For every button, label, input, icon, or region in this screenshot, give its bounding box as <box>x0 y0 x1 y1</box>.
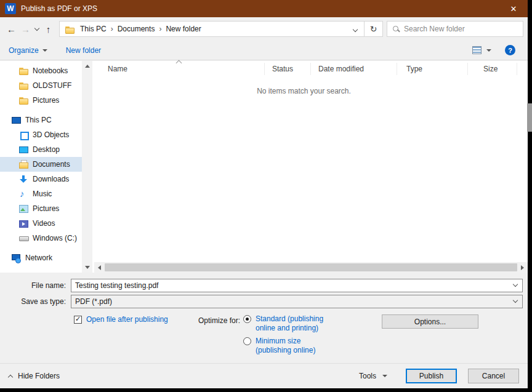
sidebar-item-label: Pictures <box>33 96 59 105</box>
back-button[interactable]: ← <box>4 24 18 34</box>
tools-label: Tools <box>359 372 376 380</box>
cancel-button[interactable]: Cancel <box>468 369 519 383</box>
command-toolbar: Organize New folder ? <box>0 41 528 60</box>
views-icon[interactable] <box>472 46 482 54</box>
column-header-status[interactable]: Status <box>265 63 311 75</box>
forward-button[interactable]: → <box>18 24 33 34</box>
horizontal-scrollbar-thumb[interactable] <box>105 263 517 271</box>
sidebar-item-downloads[interactable]: Downloads <box>0 172 82 186</box>
folder-icon <box>18 95 28 105</box>
search-input[interactable]: Search New folder <box>387 21 523 37</box>
sidebar-item-videos[interactable]: Videos <box>0 216 82 231</box>
tools-dropdown[interactable]: Tools <box>359 372 387 380</box>
downloads-icon <box>18 174 28 184</box>
network-icon <box>11 253 21 263</box>
sidebar-item-network[interactable]: Network <box>0 250 82 265</box>
organize-label: Organize <box>9 46 39 55</box>
navigation-bar: ← → ↑ This PC › Documents › New folder ↻… <box>0 17 528 41</box>
vertical-scrollbar-thumb[interactable] <box>527 103 532 132</box>
scroll-down-icon[interactable] <box>85 266 90 269</box>
search-icon <box>392 25 400 33</box>
checkbox-checked-icon[interactable] <box>74 316 82 324</box>
horizontal-scrollbar[interactable] <box>94 262 528 273</box>
up-button[interactable]: ↑ <box>41 24 55 34</box>
sidebar-item-label: Notebooks <box>33 66 68 75</box>
sidebar-item-label: Windows (C:) <box>33 234 77 242</box>
folder-icon <box>65 25 74 33</box>
chevron-down-icon[interactable] <box>513 297 518 302</box>
hide-folders-label: Hide Folders <box>18 372 60 380</box>
publish-button[interactable]: Publish <box>406 369 457 383</box>
optimize-standard-radio[interactable]: Standard (publishing online and printing… <box>243 314 334 333</box>
documents-icon <box>18 159 28 169</box>
views-dropdown-arrow-icon[interactable] <box>486 49 491 52</box>
file-name-input[interactable] <box>75 281 509 290</box>
address-dropdown[interactable] <box>353 25 359 33</box>
sidebar-item-pictures-top[interactable]: Pictures <box>0 93 82 108</box>
breadcrumb-documents[interactable]: Documents <box>116 25 157 33</box>
sidebar-item-label: Music <box>33 190 52 198</box>
help-icon[interactable]: ? <box>505 45 515 55</box>
search-placeholder: Search New folder <box>404 25 465 33</box>
optimize-minimum-label: Minimum size (publishing online) <box>256 337 334 355</box>
sidebar-item-windows-c[interactable]: Windows (C:) <box>0 231 82 246</box>
footer-bar: Hide Folders Tools Publish Cancel <box>0 363 528 388</box>
sidebar-item-notebooks[interactable]: Notebooks <box>0 63 82 78</box>
scroll-left-icon[interactable] <box>98 265 101 270</box>
column-header-type[interactable]: Type <box>397 63 468 75</box>
open-after-publishing-checkbox[interactable]: Open file after publishing <box>74 315 168 324</box>
save-as-type-row: Save as type: PDF (*.pdf) <box>0 294 523 308</box>
window-title: Publish as PDF or XPS <box>21 4 97 13</box>
save-as-type-value: PDF (*.pdf) <box>75 297 112 306</box>
address-bar[interactable]: This PC › Documents › New folder <box>59 21 365 37</box>
scroll-right-icon[interactable] <box>521 265 524 270</box>
optimize-minimum-radio[interactable]: Minimum size (publishing online) <box>243 337 334 355</box>
folder-icon <box>18 66 28 76</box>
organize-menu[interactable]: Organize <box>9 46 47 55</box>
sidebar-item-oldstuff[interactable]: OLDSTUFF <box>0 78 82 93</box>
breadcrumb-this-pc[interactable]: This PC <box>78 25 108 33</box>
chevron-down-icon[interactable] <box>513 281 518 286</box>
sidebar-item-desktop[interactable]: Desktop <box>0 142 82 157</box>
sidebar-item-pictures[interactable]: Pictures <box>0 201 82 216</box>
chevron-down-icon <box>353 27 358 32</box>
new-folder-button[interactable]: New folder <box>66 46 101 55</box>
file-list: Name Status Date modified Type Size No i… <box>92 61 528 273</box>
sidebar-item-this-pc[interactable]: This PC <box>0 113 82 127</box>
hide-folders-button[interactable]: Hide Folders <box>9 372 60 380</box>
sidebar-item-3d-objects[interactable]: 3D Objects <box>0 127 82 142</box>
column-header-size[interactable]: Size <box>468 63 517 75</box>
radio-selected-icon[interactable] <box>243 315 251 323</box>
recent-locations-dropdown[interactable] <box>33 28 41 30</box>
chevron-down-icon <box>34 25 39 30</box>
radio-unselected-icon[interactable] <box>243 337 251 345</box>
sidebar-item-music[interactable]: Music <box>0 186 82 201</box>
desktop-icon <box>18 145 28 154</box>
close-button[interactable]: ✕ <box>499 0 528 17</box>
refresh-button[interactable]: ↻ <box>365 21 383 37</box>
file-name-row: File name: <box>0 278 523 292</box>
options-button[interactable]: Options... <box>382 314 478 329</box>
breadcrumb-new-folder[interactable]: New folder <box>164 25 203 33</box>
column-header-name[interactable]: Name <box>92 63 265 75</box>
sidebar-item-label: Videos <box>33 219 55 228</box>
music-icon <box>18 189 28 199</box>
file-name-combobox[interactable] <box>71 279 523 292</box>
sidebar-item-documents[interactable]: Documents <box>0 157 82 172</box>
breadcrumb-separator: › <box>108 25 116 33</box>
computer-icon <box>11 115 21 125</box>
sidebar-scrollbar[interactable] <box>82 61 92 273</box>
chevron-up-icon <box>8 374 13 379</box>
dropdown-arrow-icon <box>382 375 387 377</box>
scroll-up-icon[interactable] <box>85 65 90 68</box>
sidebar-item-label: Desktop <box>33 145 60 154</box>
publish-dialog: W Publish as PDF or XPS ✕ ← → ↑ This PC … <box>0 0 528 388</box>
save-as-type-combobox[interactable]: PDF (*.pdf) <box>71 295 523 308</box>
column-header-date-modified[interactable]: Date modified <box>311 63 397 75</box>
sidebar-item-label: OLDSTUFF <box>33 81 71 90</box>
drive-icon <box>18 233 28 243</box>
dropdown-arrow-icon <box>42 49 47 52</box>
save-as-type-label: Save as type: <box>0 297 71 306</box>
navigation-pane: Notebooks OLDSTUFF Pictures This PC 3D O… <box>0 61 92 273</box>
folder-icon <box>18 81 28 90</box>
